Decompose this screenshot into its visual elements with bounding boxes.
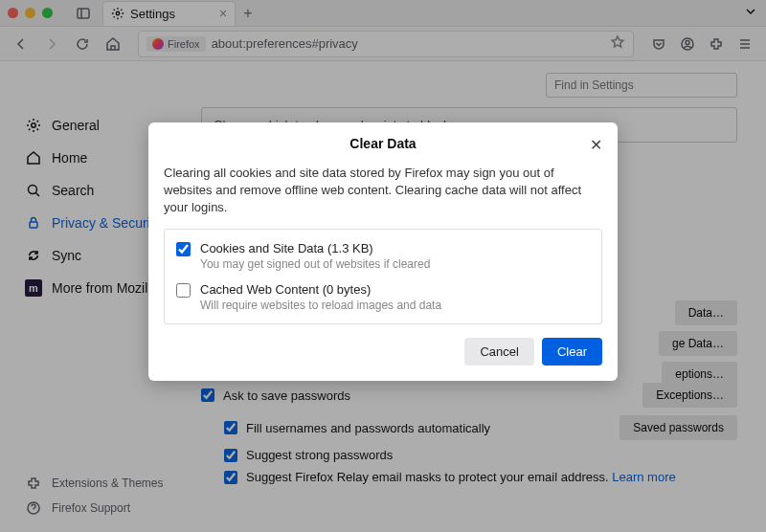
cancel-button[interactable]: Cancel <box>464 338 533 366</box>
dialog-description: Clearing all cookies and site data store… <box>164 165 602 217</box>
option-sub: You may get signed out of websites if cl… <box>200 257 430 271</box>
modal-overlay: Clear Data ✕ Clearing all cookies and si… <box>0 0 766 532</box>
option-cache: Cached Web Content (0 bytes) Will requir… <box>176 282 590 312</box>
option-title: Cookies and Site Data (1.3 KB) <box>200 241 430 255</box>
dialog-title: Clear Data <box>349 136 416 151</box>
option-sub: Will require websites to reload images a… <box>200 299 441 312</box>
option-title: Cached Web Content (0 bytes) <box>200 282 441 297</box>
clear-data-dialog: Clear Data ✕ Clearing all cookies and si… <box>148 122 618 381</box>
checkbox-cookies[interactable] <box>176 242 191 256</box>
option-cookies: Cookies and Site Data (1.3 KB) You may g… <box>176 241 590 271</box>
close-icon[interactable]: ✕ <box>590 136 602 154</box>
checkbox-cache[interactable] <box>176 283 191 298</box>
dialog-options: Cookies and Site Data (1.3 KB) You may g… <box>164 229 602 324</box>
clear-button[interactable]: Clear <box>542 338 602 366</box>
